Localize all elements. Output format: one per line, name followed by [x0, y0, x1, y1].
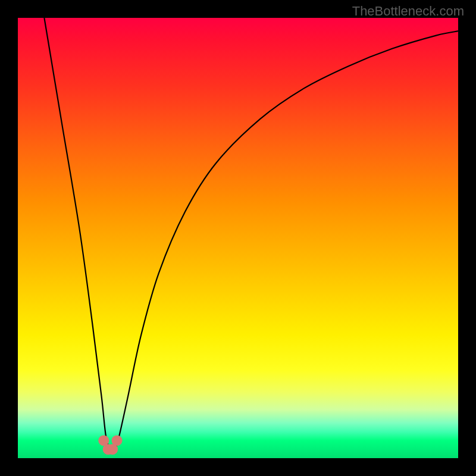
watermark-text: TheBottleneck.com [352, 4, 464, 19]
bottleneck-curve [44, 18, 458, 451]
highlight-dot [112, 435, 123, 446]
highlight-dots [98, 435, 122, 455]
chart-area [18, 18, 458, 458]
curve-svg [18, 18, 458, 458]
